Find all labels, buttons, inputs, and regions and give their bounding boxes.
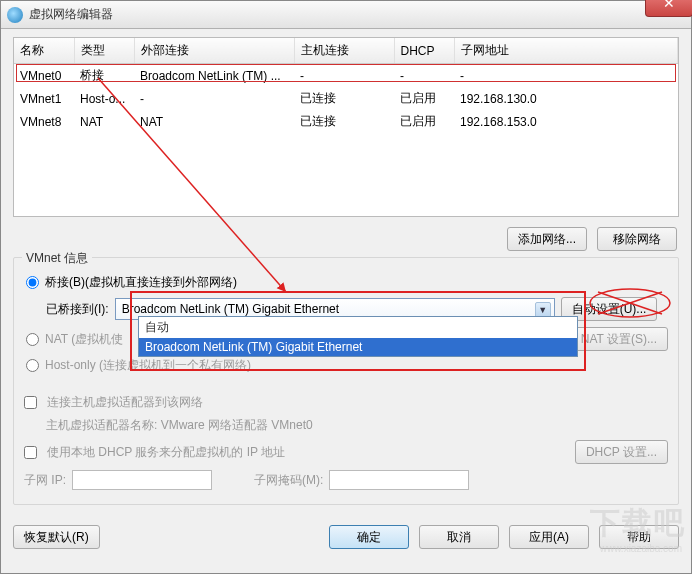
conn-host-adapter-label: 连接主机虚拟适配器到该网络 [47, 394, 203, 411]
dialog-window: 虚拟网络编辑器 ✕ 名称 类型 外部连接 主机连接 DHCP 子网地址 VMne… [0, 0, 692, 574]
cell: 桥接 [74, 64, 134, 88]
cell: NAT [134, 110, 294, 133]
vmnet-info-group: VMnet 信息 桥接(B)(虚拟机直接连接到外部网络) 已桥接到(I): Br… [13, 257, 679, 505]
cell: 已启用 [394, 87, 454, 110]
dropdown-option-broadcom[interactable]: Broadcom NetLink (TM) Gigabit Ethernet [139, 338, 577, 356]
nat-settings-button[interactable]: NAT 设置(S)... [570, 327, 668, 351]
app-icon [7, 7, 23, 23]
cell: NAT [74, 110, 134, 133]
network-table[interactable]: 名称 类型 外部连接 主机连接 DHCP 子网地址 VMnet0 桥接 Broa… [13, 37, 679, 217]
cell: - [134, 87, 294, 110]
chk-conn-host-adapter[interactable] [24, 396, 37, 409]
cell: - [454, 64, 678, 88]
radio-bridge-label: 桥接(B)(虚拟机直接连接到外部网络) [45, 274, 237, 291]
dropdown-option-auto[interactable]: 自动 [139, 317, 577, 338]
dhcp-settings-button[interactable]: DHCP 设置... [575, 440, 668, 464]
ok-button[interactable]: 确定 [329, 525, 409, 549]
add-network-button[interactable]: 添加网络... [507, 227, 587, 251]
subnet-mask-label: 子网掩码(M): [254, 472, 323, 489]
cancel-button[interactable]: 取消 [419, 525, 499, 549]
cell: Broadcom NetLink (TM) ... [134, 64, 294, 88]
cell: VMnet1 [14, 87, 74, 110]
table-row[interactable]: VMnet8 NAT NAT 已连接 已启用 192.168.153.0 [14, 110, 678, 133]
chk-use-dhcp[interactable] [24, 446, 37, 459]
col-subnet[interactable]: 子网地址 [454, 38, 678, 64]
table-row[interactable]: VMnet1 Host-o... - 已连接 已启用 192.168.130.0 [14, 87, 678, 110]
radio-hostonly-label: Host-only (连接虚拟机到一个私有网络) [45, 357, 251, 374]
col-name[interactable]: 名称 [14, 38, 74, 64]
help-button[interactable]: 帮助 [599, 525, 679, 549]
subnet-ip-input[interactable] [72, 470, 212, 490]
titlebar: 虚拟网络编辑器 ✕ [1, 1, 691, 29]
subnet-ip-label: 子网 IP: [24, 472, 66, 489]
cell: 已启用 [394, 110, 454, 133]
cell: 192.168.153.0 [454, 110, 678, 133]
close-button[interactable]: ✕ [645, 0, 692, 17]
group-title: VMnet 信息 [22, 250, 92, 267]
radio-hostonly[interactable] [26, 359, 39, 372]
cell: 已连接 [294, 110, 394, 133]
apply-button[interactable]: 应用(A) [509, 525, 589, 549]
content-area: 名称 类型 外部连接 主机连接 DHCP 子网地址 VMnet0 桥接 Broa… [1, 29, 691, 521]
radio-nat[interactable] [26, 333, 39, 346]
col-host[interactable]: 主机连接 [294, 38, 394, 64]
cell: VMnet8 [14, 110, 74, 133]
combo-value: Broadcom NetLink (TM) Gigabit Ethernet [122, 302, 339, 316]
col-ext[interactable]: 外部连接 [134, 38, 294, 64]
cell: VMnet0 [14, 64, 74, 88]
col-type[interactable]: 类型 [74, 38, 134, 64]
subnet-mask-input[interactable] [329, 470, 469, 490]
bridge-adapter-dropdown[interactable]: 自动 Broadcom NetLink (TM) Gigabit Etherne… [138, 316, 578, 357]
host-adapter-name: 主机虚拟适配器名称: VMware 网络适配器 VMnet0 [46, 417, 313, 434]
cell: 192.168.130.0 [454, 87, 678, 110]
bridge-to-label: 已桥接到(I): [46, 301, 109, 318]
use-dhcp-label: 使用本地 DHCP 服务来分配虚拟机的 IP 地址 [47, 444, 285, 461]
cell: Host-o... [74, 87, 134, 110]
window-title: 虚拟网络编辑器 [29, 6, 113, 23]
table-row[interactable]: VMnet0 桥接 Broadcom NetLink (TM) ... - - … [14, 64, 678, 88]
col-dhcp[interactable]: DHCP [394, 38, 454, 64]
cell: - [394, 64, 454, 88]
cell: 已连接 [294, 87, 394, 110]
radio-bridge[interactable] [26, 276, 39, 289]
radio-nat-label: NAT (虚拟机使 [45, 331, 123, 348]
cell: - [294, 64, 394, 88]
restore-defaults-button[interactable]: 恢复默认(R) [13, 525, 100, 549]
remove-network-button[interactable]: 移除网络 [597, 227, 677, 251]
